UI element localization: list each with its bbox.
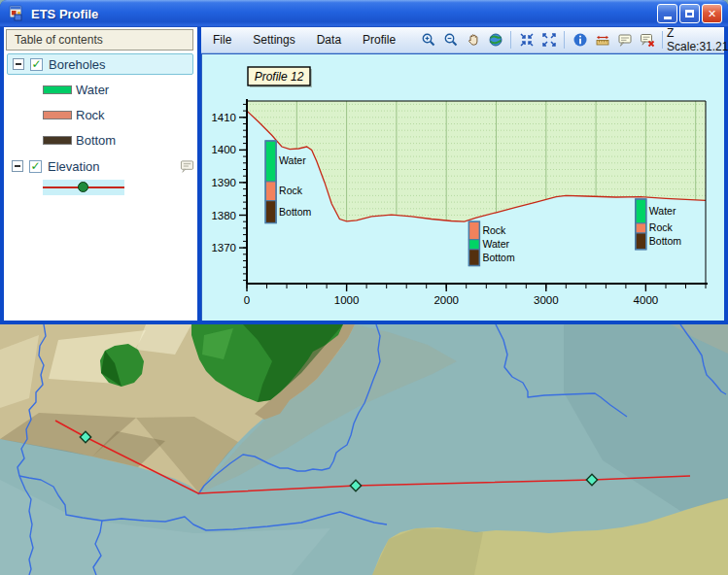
svg-text:Bottom: Bottom <box>482 252 515 263</box>
svg-text:Bottom: Bottom <box>279 206 312 218</box>
svg-text:1390: 1390 <box>211 177 236 188</box>
callout-icon[interactable] <box>178 159 197 174</box>
zoom-in-extents-icon[interactable] <box>516 30 537 51</box>
toc-header: Table of contents <box>6 29 193 51</box>
svg-text:1410: 1410 <box>211 112 236 123</box>
legend-item-bottom: Bottom <box>7 130 193 150</box>
app-icon <box>9 5 26 22</box>
menubar: FileSettingsDataProfile <box>201 29 405 51</box>
profile-chart[interactable]: WaterRockBottomRockWaterBottomWaterRockB… <box>202 54 724 321</box>
window-content: Table of contents ✓ Boreholes Water Rock <box>4 27 724 321</box>
info-icon[interactable] <box>570 30 590 51</box>
z-scale-label: Z Scale:31.21 <box>667 26 728 53</box>
legend-label: Water <box>76 83 109 97</box>
callout-delete-icon[interactable] <box>637 30 657 51</box>
elevation-legend <box>43 180 124 195</box>
svg-text:0: 0 <box>244 294 250 306</box>
maximize-button[interactable] <box>679 4 700 23</box>
minimize-icon <box>664 17 672 19</box>
tree-item-label: Boreholes <box>49 57 106 72</box>
toolbar-separator <box>564 31 565 49</box>
callout-icon[interactable] <box>614 30 635 51</box>
globe-icon[interactable] <box>485 30 505 51</box>
window-title: ETS Profile <box>31 7 655 21</box>
svg-text:1370: 1370 <box>211 242 236 254</box>
zoom-out-icon[interactable] <box>440 30 461 51</box>
toolbar <box>417 30 667 51</box>
bottom-swatch <box>43 136 72 145</box>
legend-label: Rock <box>76 108 105 122</box>
table-of-contents-panel: Table of contents ✓ Boreholes Water Rock <box>4 27 197 321</box>
svg-text:1400: 1400 <box>211 144 236 155</box>
svg-text:2000: 2000 <box>433 294 459 306</box>
boreholes-checkbox[interactable]: ✓ <box>30 58 43 71</box>
toolbar-separator <box>662 31 663 49</box>
toolbar-separator <box>510 31 511 49</box>
elevation-marker-sample <box>78 182 88 192</box>
menu-toolbar: FileSettingsDataProfile Z Scale:31.21 <box>201 27 724 53</box>
zoom-in-icon[interactable] <box>418 30 438 51</box>
legend-label: Bottom <box>76 133 116 148</box>
svg-text:Rock: Rock <box>482 224 506 236</box>
legend-item-water: Water <box>7 80 193 99</box>
svg-text:1000: 1000 <box>334 294 360 306</box>
tree-item-elevation[interactable]: ✓ Elevation <box>7 155 193 177</box>
tree-item-boreholes[interactable]: ✓ Boreholes <box>7 53 193 75</box>
svg-text:Rock: Rock <box>279 185 303 196</box>
elevation-checkbox[interactable]: ✓ <box>29 160 42 173</box>
pan-hand-icon[interactable] <box>463 30 483 51</box>
menu-item-settings[interactable]: Settings <box>243 29 304 51</box>
profile-chart-panel[interactable]: WaterRockBottomRockWaterBottomWaterRockB… <box>201 53 724 321</box>
svg-text:Rock: Rock <box>649 221 674 233</box>
svg-text:1380: 1380 <box>211 210 236 221</box>
menu-item-profile[interactable]: Profile <box>353 29 405 51</box>
svg-text:Profile 12: Profile 12 <box>255 70 304 84</box>
close-button[interactable]: ✕ <box>702 4 722 23</box>
menu-item-data[interactable]: Data <box>307 29 351 51</box>
legend-item-rock: Rock <box>7 105 193 124</box>
zoom-out-extents-icon[interactable] <box>538 30 559 51</box>
collapse-expander-icon[interactable] <box>13 58 24 70</box>
close-icon: ✕ <box>708 8 716 20</box>
map-canvas[interactable] <box>0 324 728 575</box>
menu-item-file[interactable]: File <box>203 29 241 51</box>
map-view[interactable] <box>0 324 728 575</box>
svg-text:4000: 4000 <box>634 294 659 306</box>
titlebar[interactable]: ETS Profile ✕ <box>0 0 728 27</box>
svg-text:Bottom: Bottom <box>649 235 682 247</box>
svg-text:3000: 3000 <box>534 294 559 306</box>
maximize-icon <box>685 10 694 17</box>
svg-text:Water: Water <box>649 205 676 217</box>
svg-text:Water: Water <box>279 154 306 166</box>
screen: ETS Profile ✕ Table of contents ✓ Boreho… <box>0 0 728 575</box>
tree-item-label: Elevation <box>48 159 99 174</box>
minimize-button[interactable] <box>657 4 677 23</box>
svg-text:Water: Water <box>482 238 509 250</box>
app-window: ETS Profile ✕ Table of contents ✓ Boreho… <box>0 0 728 324</box>
water-swatch <box>43 85 72 94</box>
measure-icon[interactable] <box>592 30 612 51</box>
collapse-expander-icon[interactable] <box>12 160 23 172</box>
rock-swatch <box>43 111 72 119</box>
